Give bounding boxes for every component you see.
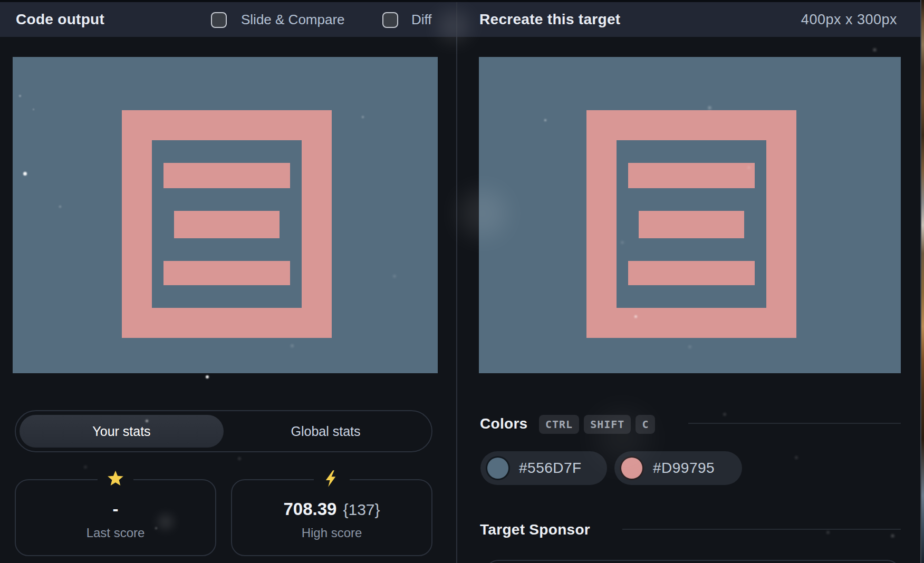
stats-cards: - Last score 708.39{137} High score — [15, 479, 432, 556]
slide-compare-checkbox[interactable] — [211, 12, 227, 28]
high-score-attempts: {137} — [343, 501, 380, 518]
tab-your-stats[interactable]: Your stats — [20, 415, 224, 448]
color-swatch-circle — [620, 456, 644, 480]
high-score-number: 708.39 — [283, 499, 336, 519]
color-chip-d99795[interactable]: #D99795 — [614, 451, 742, 485]
target-header: Recreate this target 400px x 300px — [457, 2, 920, 37]
diff-checkbox[interactable] — [382, 12, 398, 28]
color-swatch-circle — [486, 456, 510, 480]
artwork-bar-bottom — [628, 261, 755, 285]
sponsor-section-title: Target Sponsor — [480, 521, 590, 538]
colors-divider — [688, 423, 901, 424]
output-artwork — [14, 57, 436, 373]
color-hex-value: #556D7F — [519, 460, 582, 477]
key-shift: SHIFT — [584, 415, 631, 434]
screen-edge-artifact — [920, 0, 924, 563]
slide-compare-label[interactable]: Slide & Compare — [241, 12, 345, 28]
target-canvas[interactable] — [479, 57, 901, 373]
target-title: Recreate this target — [479, 11, 620, 28]
diff-label[interactable]: Diff — [411, 12, 432, 28]
star-icon — [98, 469, 133, 488]
last-score-value: - — [16, 499, 215, 519]
key-c: C — [636, 415, 655, 434]
high-score-label: High score — [232, 526, 431, 540]
stats-tabs: Your stats Global stats — [15, 410, 432, 452]
sponsor-card — [485, 560, 901, 563]
code-output-canvas — [13, 57, 438, 373]
key-ctrl: CTRL — [539, 415, 579, 434]
artwork-bar-middle — [174, 211, 280, 238]
color-chip-556d7f[interactable]: #556D7F — [480, 451, 607, 485]
color-picker-shortcut: CTRL SHIFT C — [539, 415, 655, 434]
color-hex-value: #D99795 — [653, 460, 715, 477]
artwork-bar-top — [628, 163, 755, 188]
tab-global-stats[interactable]: Global stats — [224, 415, 428, 448]
code-output-title: Code output — [16, 11, 104, 28]
last-score-card: - Last score — [15, 479, 216, 556]
code-output-header: Code output Slide & Compare Diff — [0, 2, 456, 37]
artwork-bar-top — [163, 163, 290, 188]
high-score-card: 708.39{137} High score — [231, 479, 432, 556]
panel-divider — [456, 2, 457, 563]
colors-section-title: Colors — [480, 415, 527, 432]
sponsor-divider — [622, 529, 901, 530]
lightning-bolt-icon — [314, 469, 350, 488]
high-score-value: 708.39{137} — [232, 499, 431, 519]
last-score-label: Last score — [16, 526, 215, 540]
target-artwork — [479, 57, 901, 373]
artwork-bar-bottom — [163, 261, 290, 285]
artwork-bar-middle — [639, 211, 744, 238]
target-size: 400px x 300px — [801, 12, 897, 28]
